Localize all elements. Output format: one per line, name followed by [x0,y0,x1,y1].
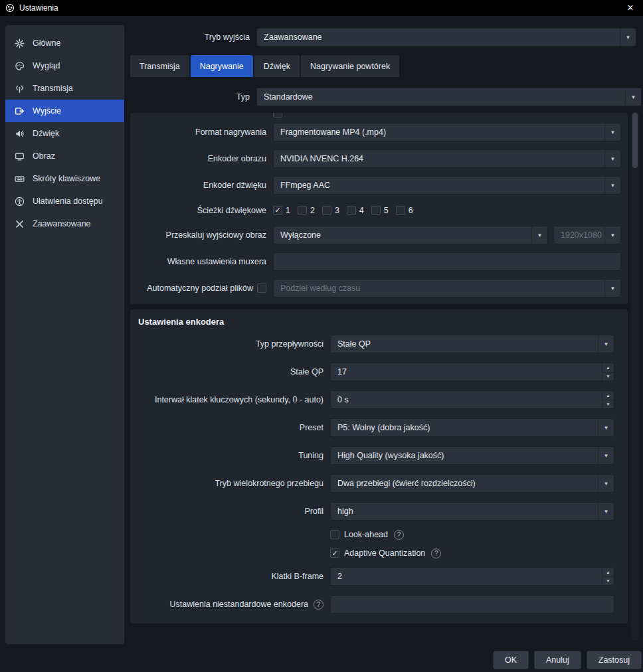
keyint-value: 0 s [331,391,602,408]
auto-split-dropdown[interactable]: Podziel według czasu ▼ [273,279,621,297]
recording-format-value: Fragmentowane MP4 (.mp4) [274,124,604,141]
encoder-panel: Ustawienia enkodera Typ przepływności St… [130,309,628,624]
keyint-spinbox[interactable]: 0 s ▲ ▼ [330,390,614,409]
profile-label: Profil [130,507,323,516]
profile-value: high [331,503,598,520]
audio-encoder-dropdown[interactable]: FFmpeg AAC ▼ [273,176,621,195]
sidebar-item-zaawansowane[interactable]: Zaawansowane [5,212,124,235]
tools-icon [15,218,25,229]
chevron-down-icon: ▼ [604,150,620,167]
settings-window: Ustawienia × Główne Wygląd [0,0,643,672]
output-mode-dropdown[interactable]: Zaawansowane ▼ [256,28,636,46]
rate-control-row: Typ przepływności Stałe QP ▼ [130,330,628,358]
video-encoder-dropdown[interactable]: NVIDIA NVENC H.264 ▼ [273,149,621,168]
spin-up-icon[interactable]: ▲ [602,363,614,373]
preset-value: P5: Wolny (dobra jakość) [331,419,598,436]
tab-nagrywanie[interactable]: Nagrywanie [191,55,253,77]
help-icon: ? [394,530,404,540]
profile-row: Profil high ▼ [130,497,628,525]
sidebar-item-dzwiek[interactable]: Dźwięk [5,122,124,145]
chevron-down-icon: ▼ [604,177,620,194]
apply-button[interactable]: Zastosuj [587,651,642,669]
multipass-dropdown[interactable]: Dwa przebiegi (ćwierć rozdzielczości) ▼ [330,474,614,493]
sidebar-item-transmisja[interactable]: Transmisja [5,77,124,100]
spin-up-icon[interactable]: ▲ [602,391,614,400]
scrollbar[interactable] [631,112,639,641]
bframes-spinbox[interactable]: 2 ▲ ▼ [330,567,614,586]
accessibility-icon [15,196,25,207]
recording-panel: Format nagrywania Fragmentowane MP4 (.mp… [130,113,628,304]
type-dropdown[interactable]: Standardowe ▼ [256,88,642,106]
spin-down-icon[interactable]: ▼ [602,373,614,381]
tab-label: Nagrywanie powtórek [310,62,390,71]
auto-split-checkbox[interactable] [257,284,266,293]
adaptive-quantization-checkbox[interactable]: ✓ [330,548,339,558]
rescale-resolution-value: 1920x1080 [554,226,604,244]
chevron-down-icon: ▼ [598,475,614,492]
rescale-dropdown[interactable]: Wyłączone ▼ [273,226,548,244]
audio-tracks: ✓ 1 2 3 4 [273,206,621,215]
type-value: Standardowe [257,88,625,106]
sidebar: Główne Wygląd Tr [5,25,124,644]
audio-tracks-row: Ścieżki dźwiękowe ✓ 1 2 3 [130,199,628,222]
sidebar-item-skroty-klawiszowe[interactable]: Skróty klawiszowe [5,167,124,190]
track-1: ✓ 1 [273,206,290,215]
output-icon [15,106,25,116]
cancel-button[interactable]: Anuluj [534,651,581,669]
video-encoder-row: Enkoder obrazu NVIDIA NVENC H.264 ▼ [130,145,628,172]
audio-icon [15,128,25,139]
recording-format-dropdown[interactable]: Fragmentowane MP4 (.mp4) ▼ [273,123,621,141]
track-6-checkbox[interactable] [396,206,405,215]
track-6: 6 [396,206,413,215]
preset-label: Preset [130,423,323,432]
sidebar-item-obraz[interactable]: Obraz [5,145,124,167]
keyboard-icon [15,173,25,184]
sidebar-item-wyglad[interactable]: Wygląd [5,54,124,77]
track-2-checkbox[interactable] [298,206,307,215]
sidebar-item-label: Ułatwienia dostępu [33,197,103,206]
rescale-resolution-combo[interactable]: 1920x1080 ▼ [553,226,621,244]
rate-control-label: Typ przepływności [130,339,323,349]
tuning-label: Tuning [130,451,323,460]
lookahead-label: Look-ahead [344,530,388,539]
rescale-row: Przeskaluj wyjściowy obraz Wyłączone ▼ 1… [130,222,628,248]
lookahead-checkbox[interactable] [330,530,339,539]
sidebar-item-label: Obraz [33,151,55,161]
muxer-input[interactable] [273,252,621,271]
rate-control-value: Stałe QP [331,335,598,353]
auto-split-row: Automatyczny podział plików Podziel wedł… [130,275,628,301]
spin-up-icon[interactable]: ▲ [602,568,614,577]
sidebar-item-wyjscie[interactable]: Wyjście [5,100,124,122]
close-button[interactable]: × [623,2,638,14]
track-2: 2 [298,206,315,215]
sidebar-item-ulatwienia-dostepu[interactable]: Ułatwienia dostępu [5,190,124,212]
ok-button[interactable]: OK [493,651,529,669]
profile-dropdown[interactable]: high ▼ [330,502,614,521]
auto-split-label-group: Automatyczny podział plików [130,284,266,293]
tab-nagrywanie-powtorek[interactable]: Nagrywanie powtórek [301,55,399,77]
cqp-spinbox[interactable]: 17 ▲ ▼ [330,363,614,381]
preset-dropdown[interactable]: P5: Wolny (dobra jakość) ▼ [330,418,614,437]
multipass-value: Dwa przebiegi (ćwierć rozdzielczości) [331,475,598,492]
spin-down-icon[interactable]: ▼ [602,577,614,586]
tab-transmisja[interactable]: Transmisja [130,55,189,77]
cqp-value: 17 [331,363,602,380]
tab-dzwiek[interactable]: Dźwięk [254,55,300,77]
multipass-label: Tryb wielokrotnego przebiegu [130,479,323,488]
rate-control-dropdown[interactable]: Stałe QP ▼ [330,335,614,353]
track-4-checkbox[interactable] [347,206,356,215]
sidebar-item-glowne[interactable]: Główne [5,32,124,54]
tuning-row: Tuning High Quality (wysoka jakość) ▼ [130,442,628,469]
audio-encoder-label: Enkoder dźwięku [130,181,266,190]
tab-label: Dźwięk [264,62,290,71]
track-label: 6 [409,206,413,215]
track-5-checkbox[interactable] [371,206,381,215]
keyint-label: Interwał klatek kluczowych (sekundy, 0 -… [130,395,323,404]
custom-encoder-input[interactable] [330,595,614,614]
track-1-checkbox[interactable]: ✓ [273,206,282,215]
tuning-dropdown[interactable]: High Quality (wysoka jakość) ▼ [330,446,614,465]
spin-down-icon[interactable]: ▼ [602,400,614,409]
keyint-row: Interwał klatek kluczowych (sekundy, 0 -… [130,386,628,414]
track-3-checkbox[interactable] [322,206,331,215]
scrollbar-thumb[interactable] [632,113,638,168]
